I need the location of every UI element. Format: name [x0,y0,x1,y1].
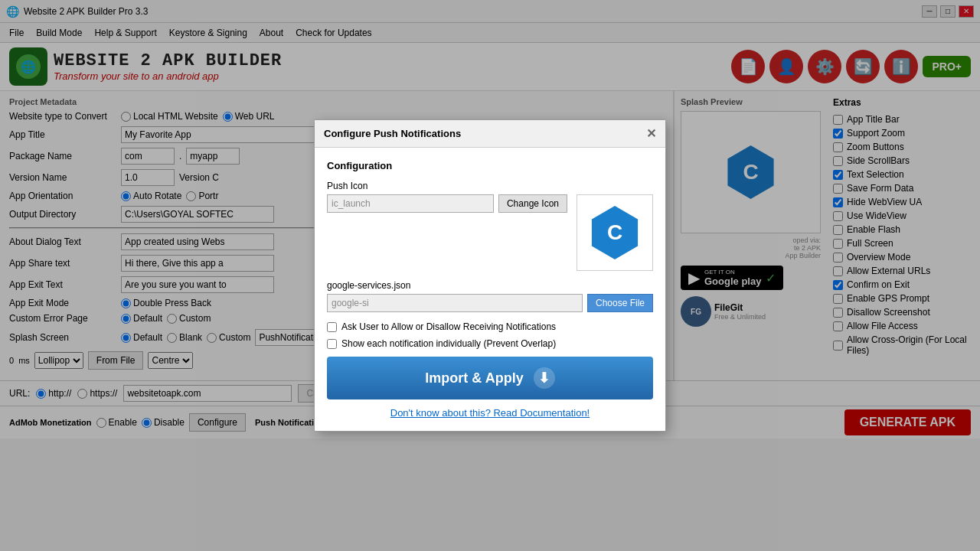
modal-body: Configuration Push Icon Change Icon C [315,148,665,431]
import-apply-icon: ⬇ [534,367,555,389]
change-icon-button[interactable]: Change Icon [498,194,567,213]
modal-header: Configure Push Notifications ✕ [315,120,665,148]
push-notifications-modal: Configure Push Notifications ✕ Configura… [314,119,666,432]
push-icon-input[interactable] [327,194,494,213]
import-apply-button[interactable]: Import & Apply ⬇ [327,357,653,399]
google-services-input-row: Choose File [327,294,653,312]
show-each-row: Show each notification individually (Pre… [327,338,653,349]
show-each-checkbox[interactable] [327,339,337,349]
push-icon-row: Push Icon Change Icon C [327,181,653,271]
show-each-label: Show each notification individually (Pre… [341,338,556,349]
ask-user-checkbox[interactable] [327,322,337,332]
push-icon-preview: Change Icon C [327,194,653,271]
google-services-label: google-services.json [327,280,653,291]
push-icon-label: Push Icon [327,181,653,191]
google-services-input[interactable] [327,294,583,312]
push-icon-inputs: Change Icon [327,194,567,213]
choose-file-button[interactable]: Choose File [587,294,653,312]
push-icon-input-row: Change Icon [327,194,567,213]
push-icon-hex: C [588,206,642,259]
google-services-row: google-services.json Choose File [327,280,653,312]
ask-user-row: Ask User to Allow or Disallow Receiving … [327,321,653,332]
import-apply-text: Import & Apply [425,370,523,386]
documentation-link[interactable]: Don't know about this? Read Documentatio… [327,407,653,419]
modal-overlay: Configure Push Notifications ✕ Configura… [0,0,980,551]
push-icon-preview-box: C [577,194,653,271]
modal-close-button[interactable]: ✕ [646,126,656,141]
ask-user-label: Ask User to Allow or Disallow Receiving … [341,321,556,332]
modal-section-title: Configuration [327,160,653,171]
modal-title: Configure Push Notifications [324,128,461,139]
